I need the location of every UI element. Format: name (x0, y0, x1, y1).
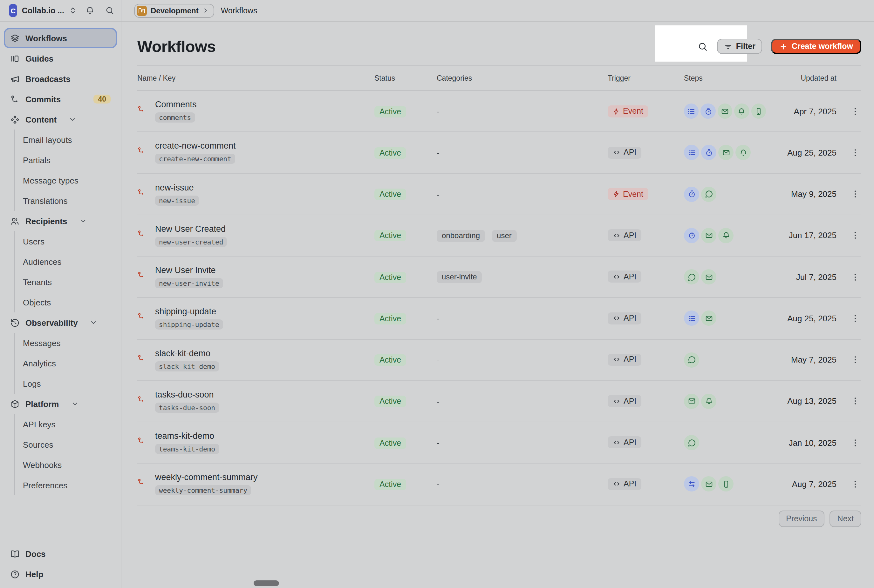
code-icon (613, 397, 620, 405)
table-search-icon[interactable] (697, 41, 708, 52)
steps-cell (684, 104, 766, 119)
updated-at: Jun 17, 2025 (766, 231, 836, 240)
updated-at: Jan 10, 2025 (766, 438, 836, 447)
org-switcher[interactable]: C Collab.io ... (0, 0, 122, 21)
column-header-updated-at[interactable]: Updated at (766, 74, 836, 82)
code-icon (613, 231, 620, 239)
table-row[interactable]: teams-kit-demo teams-kit-demo Active - A… (137, 422, 861, 464)
sidebar-item-sources[interactable]: Sources (15, 434, 121, 454)
sidebar-item-commits[interactable]: Commits 40 (4, 89, 117, 109)
column-header-status[interactable]: Status (375, 74, 437, 82)
sidebar-item-platform[interactable]: Platform (4, 394, 117, 414)
row-menu-button[interactable] (836, 272, 861, 282)
table-row[interactable]: new-issue new-issue Active - Event May 9… (137, 174, 861, 215)
org-logo: C (9, 4, 18, 17)
table-row[interactable]: tasks-due-soon tasks-due-soon Active - A… (137, 381, 861, 423)
row-menu-button[interactable] (836, 479, 861, 489)
table-row[interactable]: New User Created new-user-created Active… (137, 215, 861, 257)
guides-icon (10, 54, 20, 63)
sidebar-item-docs[interactable]: Docs (4, 543, 117, 564)
previous-page-button[interactable]: Previous (778, 510, 824, 527)
filter-button[interactable]: Filter (717, 39, 763, 54)
horizontal-scrollbar[interactable] (254, 580, 279, 586)
workflow-name[interactable]: tasks-due-soon (155, 390, 219, 399)
row-menu-button[interactable] (836, 148, 861, 158)
sidebar-item-help[interactable]: Help (4, 564, 117, 584)
sidebar-item-translations[interactable]: Translations (15, 190, 121, 211)
sidebar-item-tenants[interactable]: Tenants (15, 272, 121, 292)
email-step-icon (718, 145, 734, 160)
column-header-name-key[interactable]: Name / Key (137, 74, 375, 82)
table-row[interactable]: weekly-comment-summary weekly-comment-su… (137, 464, 861, 506)
sidebar-item-logs[interactable]: Logs (15, 374, 121, 394)
sidebar-item-analytics[interactable]: Analytics (15, 353, 121, 374)
sidebar-item-preferences[interactable]: Preferences (15, 475, 121, 495)
workflow-icon (137, 147, 145, 154)
create-workflow-button[interactable]: Create workflow (771, 39, 861, 54)
row-menu-button[interactable] (836, 189, 861, 199)
megaphone-icon (10, 74, 20, 84)
sidebar-item-webhooks[interactable]: Webhooks (15, 454, 121, 475)
workflow-name[interactable]: New User Invite (155, 266, 223, 275)
code-icon (613, 356, 620, 363)
sidebar-item-users[interactable]: Users (15, 231, 121, 252)
row-menu-button[interactable] (836, 314, 861, 323)
book-icon (10, 549, 20, 558)
list-step-icon (684, 145, 699, 160)
row-menu-button[interactable] (836, 106, 861, 116)
list-step-icon (684, 104, 699, 119)
column-header-steps[interactable]: Steps (684, 74, 766, 82)
trigger-badge-api: API (608, 146, 641, 158)
sidebar-item-guides[interactable]: Guides (4, 48, 117, 69)
category-chip: user-invite (437, 271, 482, 283)
column-header-categories[interactable]: Categories (437, 74, 608, 82)
workflow-name[interactable]: shipping-update (155, 307, 223, 316)
org-switcher-icon[interactable] (69, 6, 77, 15)
column-header-trigger[interactable]: Trigger (608, 74, 684, 82)
row-menu-button[interactable] (836, 355, 861, 364)
sidebar-item-message-types[interactable]: Message types (15, 170, 121, 190)
steps-cell (684, 269, 766, 285)
sidebar-item-partials[interactable]: Partials (15, 150, 121, 170)
sidebar-item-email-layouts[interactable]: Email layouts (15, 129, 121, 150)
sidebar-item-audiences[interactable]: Audiences (15, 252, 121, 272)
workflow-name[interactable]: weekly-comment-summary (155, 473, 258, 482)
sidebar-item-observability[interactable]: Observability (4, 312, 117, 333)
sidebar-item-workflows[interactable]: Workflows (4, 28, 117, 48)
workflow-key: weekly-comment-summary (155, 486, 251, 496)
workflow-key: shipping-update (155, 320, 223, 330)
row-menu-button[interactable] (836, 438, 861, 447)
workflow-name[interactable]: teams-kit-demo (155, 431, 219, 441)
updated-at: Aug 25, 2025 (766, 148, 836, 158)
sidebar-item-recipients[interactable]: Recipients (4, 211, 117, 231)
table-row[interactable]: shipping-update shipping-update Active -… (137, 298, 861, 340)
bell-icon[interactable] (85, 6, 95, 15)
workflow-name[interactable]: new-issue (155, 183, 199, 192)
row-menu-button[interactable] (836, 396, 861, 406)
workflow-name[interactable]: slack-kit-demo (155, 348, 219, 358)
sidebar-item-content[interactable]: Content (4, 109, 117, 129)
workflow-name[interactable]: Comments (155, 100, 197, 109)
sidebar-item-api-keys[interactable]: API keys (15, 414, 121, 434)
in-app-step-icon (718, 228, 734, 243)
chevron-down-icon (69, 116, 76, 123)
workflow-key: create-new-comment (155, 154, 235, 164)
workflow-name[interactable]: New User Created (155, 224, 227, 234)
chat-step-icon (684, 269, 699, 285)
row-menu-button[interactable] (836, 231, 861, 240)
table-row[interactable]: slack-kit-demo slack-kit-demo Active - A… (137, 339, 861, 381)
table-row[interactable]: New User Invite new-user-invite Active u… (137, 256, 861, 298)
search-icon[interactable] (105, 6, 114, 15)
status-badge: Active (375, 354, 406, 366)
table-row[interactable]: create-new-comment create-new-comment Ac… (137, 132, 861, 174)
filter-icon (724, 42, 732, 51)
chevron-right-icon (202, 7, 209, 14)
sidebar-item-objects[interactable]: Objects (15, 292, 121, 312)
sidebar-item-broadcasts[interactable]: Broadcasts (4, 69, 117, 89)
steps-cell (684, 394, 766, 409)
breadcrumb-project[interactable]: Development (134, 3, 215, 18)
workflow-name[interactable]: create-new-comment (155, 141, 236, 151)
sidebar-item-messages[interactable]: Messages (15, 333, 121, 353)
table-row[interactable]: Comments comments Active - Event Apr 7, … (137, 91, 861, 132)
next-page-button[interactable]: Next (830, 510, 861, 527)
